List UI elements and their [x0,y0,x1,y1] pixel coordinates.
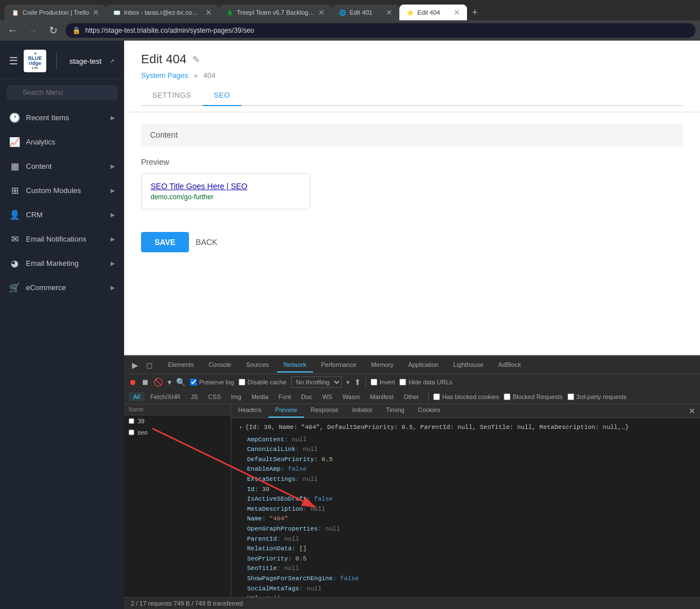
devtools-device-icon[interactable]: ◻ [143,359,156,371]
browser-tab-tab2[interactable]: ✉️Inbox - taras.r@ez-bc.com - EZ-F...✕ [106,5,219,20]
hide-data-urls-checkbox[interactable] [399,379,406,385]
devtools-tab-sources[interactable]: Sources [239,358,275,373]
filter-btn-manifest[interactable]: Manifest [366,392,398,401]
filter-btn-ws[interactable]: WS [318,392,337,401]
stop-icon[interactable]: ⏹ [141,378,149,387]
panel-tab-headers[interactable]: Headers [231,404,268,418]
third-party-checkbox[interactable] [567,393,574,400]
network-sidebar: Name 39 seo [124,404,231,597]
preserve-log-label[interactable]: Preserve log [190,379,234,385]
sidebar-item-recent-items[interactable]: 🕐 Recent Items ▶ [0,106,124,130]
back-button[interactable]: ← [5,23,20,38]
disable-cache-label[interactable]: Disable cache [239,379,287,385]
json-line-parentid: ParentId: null [238,534,693,545]
filter-icon[interactable]: ▾ [168,378,171,387]
content-header: Edit 404 ✎ System Pages » 404 SETTINGSSE… [124,41,700,112]
brand-logo: ⁕ BLUE ridge Life [24,50,46,72]
json-line-seotitle: SeoTitle: null [238,564,693,574]
sidebar-item-content[interactable]: ▦ Content ▶ [0,154,124,178]
browser-tab-tab5[interactable]: ⭐Edit 404✕ [399,5,467,20]
import-icon[interactable]: ⬆ [354,378,361,387]
devtools-tab-performance[interactable]: Performance [314,358,363,373]
devtools-tab-elements[interactable]: Elements [161,358,201,373]
devtools-tab-adblock[interactable]: AdBlock [491,358,527,373]
filter-btn-js[interactable]: JS [186,392,202,401]
blocked-requests-label[interactable]: Blocked Requests [504,393,563,400]
filter-buttons: AllFetch/XHRJSCSSImgMediaFontDocWSWasmMa… [129,392,424,401]
sidebar-item-custom-modules[interactable]: ⊞ Custom Modules ▶ [0,178,124,203]
filter-btn-font[interactable]: Font [274,392,296,401]
blocked-requests-checkbox[interactable] [504,393,510,400]
forward-button[interactable]: → [25,23,41,38]
browser-tab-tab3[interactable]: 🌲Treepl Team v6.7 Backlog - Boar...✕ [219,5,332,20]
devtools-tab-console[interactable]: Console [202,358,238,373]
has-blocked-cookies-checkbox[interactable] [433,393,440,400]
panel-tab-preview[interactable]: Preview [268,404,304,418]
ecommerce-icon: 🛒 [9,282,20,293]
recent-items-icon: 🕐 [9,112,20,123]
tab-seo[interactable]: SEO [202,85,241,106]
disable-cache-checkbox[interactable] [239,379,245,385]
devtools-tab-lighthouse[interactable]: Lighthouse [446,358,490,373]
throttle-select[interactable]: No throttling [291,376,342,388]
sidebar-item-email-notifications[interactable]: ✉ Email Notifications ▶ [0,227,124,251]
preview-seo-title[interactable]: SEO Title Goes Here | SEO [151,182,301,191]
address-bar[interactable]: 🔒 https://stage-test.trialsite.co/admin/… [65,23,695,38]
invert-label[interactable]: Invert [371,379,395,385]
panel-tab-timing[interactable]: Timing [379,404,411,418]
sidebar: ☰ ⁕ BLUE ridge Life stage-test ↗ 🔍 🕐 Rec… [0,41,124,609]
main-panel: Edit 404 ✎ System Pages » 404 SETTINGSSE… [124,41,700,609]
new-tab-button[interactable]: + [467,5,483,20]
preserve-log-checkbox[interactable] [190,379,197,385]
browser-tab-tab1[interactable]: 📋Code Production | Trello✕ [5,5,106,20]
has-blocked-cookies-label[interactable]: Has blocked cookies [433,393,499,400]
filter-btn-all[interactable]: All [129,392,144,401]
hide-data-urls-label[interactable]: Hide data URLs [399,379,452,385]
sidebar-item-analytics[interactable]: 📈 Analytics [0,130,124,154]
edit-icon[interactable]: ✎ [192,54,200,65]
panel-tab-response[interactable]: Response [304,404,346,418]
devtools-footer: 2 / 17 requests 749 B / 749 B transferre… [124,597,700,609]
filter-btn-css[interactable]: CSS [204,392,226,401]
panel-close-icon[interactable]: ✕ [684,404,700,418]
devtools-tab-memory[interactable]: Memory [364,358,400,373]
filter-btn-fetch/xhr[interactable]: Fetch/XHR [146,392,185,401]
record-icon[interactable]: ⏺ [129,378,137,387]
network-row-seo[interactable]: seo [124,427,231,438]
invert-checkbox[interactable] [371,379,377,385]
filter-btn-wasm[interactable]: Wasm [338,392,364,401]
breadcrumb-link[interactable]: System Pages [141,71,188,80]
save-button[interactable]: SAVE [141,232,189,252]
devtools-tab-bar: ▶ ◻ ElementsConsoleSourcesNetworkPerform… [124,356,700,374]
sidebar-item-crm[interactable]: 👤 CRM ▶ [0,203,124,227]
external-link-icon[interactable]: ↗ [109,58,115,65]
json-line-opengraphproperties: OpenGraphProperties: null [238,524,693,534]
hamburger-icon[interactable]: ☰ [9,55,18,67]
devtools-tab-application[interactable]: Application [402,358,446,373]
panel-tab-cookies[interactable]: Cookies [411,404,447,418]
network-row-checkbox-39[interactable] [129,418,134,424]
tab-settings[interactable]: SETTINGS [141,85,202,105]
filter-btn-media[interactable]: Media [247,392,273,401]
search-network-icon[interactable]: 🔍 [176,378,186,387]
panel-tab-initiator[interactable]: Initiator [345,404,379,418]
sidebar-item-email-marketing[interactable]: ◕ Email Marketing ▶ [0,251,124,275]
throttle-arrow[interactable]: ▾ [346,379,350,386]
address-text: https://stage-test.trialsite.co/admin/sy… [85,27,689,34]
back-button-main[interactable]: BACK [196,238,217,247]
sidebar-item-ecommerce[interactable]: 🛒 eCommerce ▶ [0,275,124,300]
preview-url: demo.com/go-further [151,193,301,201]
devtools-tab-network[interactable]: Network [277,358,313,373]
filter-btn-other[interactable]: Other [399,392,424,401]
filter-btn-doc[interactable]: Doc [297,392,317,401]
browser-tab-tab4[interactable]: 🌐Edit 401✕ [332,5,399,20]
network-row-39[interactable]: 39 [124,415,231,427]
reload-button[interactable]: ↻ [45,23,61,38]
search-input[interactable] [7,85,117,100]
clear-icon[interactable]: 🚫 [153,378,163,387]
json-summary: {Id: 39, Name: "404", DefaultSeoPriority… [238,423,693,433]
devtools-inspect-icon[interactable]: ▶ [129,359,141,371]
third-party-label[interactable]: 3rd-party requests [567,393,627,400]
filter-btn-img[interactable]: Img [227,392,246,401]
network-row-checkbox-seo[interactable] [129,430,134,435]
